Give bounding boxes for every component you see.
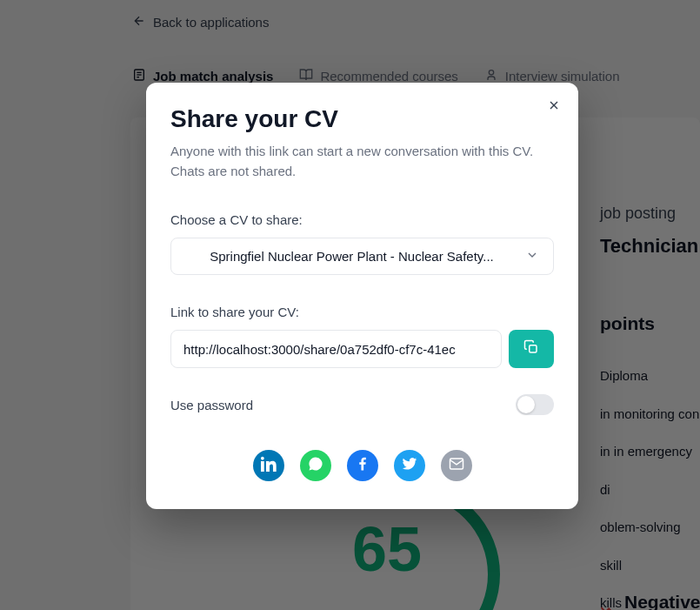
copy-icon <box>523 339 539 359</box>
link-label: Link to share your CV: <box>170 305 554 319</box>
cv-selected-value: Springfiel Nuclear Power Plant - Nuclear… <box>210 249 494 264</box>
share-linkedin-button[interactable] <box>253 450 284 481</box>
svg-rect-8 <box>530 345 537 352</box>
linkedin-icon <box>261 456 277 475</box>
facebook-icon <box>355 456 370 475</box>
cv-select[interactable]: Springfiel Nuclear Power Plant - Nuclear… <box>170 238 554 275</box>
close-button[interactable] <box>543 97 564 117</box>
email-icon <box>449 456 464 475</box>
copy-button[interactable] <box>509 330 554 368</box>
modal-title: Share your CV <box>170 105 554 133</box>
share-email-button[interactable] <box>441 450 472 481</box>
share-whatsapp-button[interactable] <box>300 450 331 481</box>
share-link-input[interactable] <box>170 330 502 368</box>
toggle-knob <box>517 396 535 413</box>
password-label: Use password <box>170 398 253 412</box>
modal-subtitle: Anyone with this link can start a new co… <box>170 142 554 181</box>
chevron-down-icon <box>525 248 539 265</box>
share-icons-row <box>170 450 554 481</box>
password-toggle[interactable] <box>516 394 554 415</box>
choose-cv-label: Choose a CV to share: <box>170 212 554 227</box>
share-facebook-button[interactable] <box>347 450 378 481</box>
whatsapp-icon <box>308 456 323 475</box>
share-twitter-button[interactable] <box>394 450 425 481</box>
twitter-icon <box>402 456 417 475</box>
share-cv-modal: Share your CV Anyone with this link can … <box>146 83 578 509</box>
close-icon <box>547 98 561 116</box>
